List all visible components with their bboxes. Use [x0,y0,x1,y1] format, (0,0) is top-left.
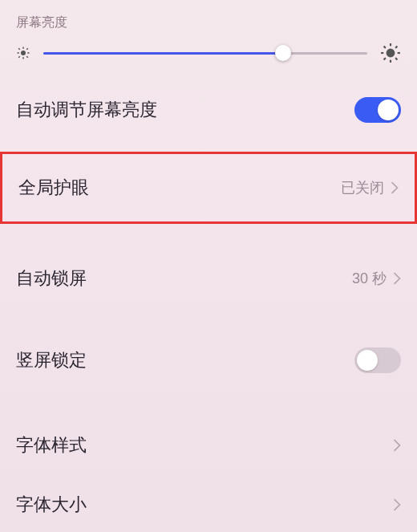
svg-line-13 [395,58,397,59]
orientation-lock-toggle[interactable] [354,347,401,373]
auto-brightness-label: 自动调节屏幕亮度 [16,98,157,122]
svg-line-7 [18,56,20,58]
brightness-high-icon [380,43,401,63]
setting-row-font-style[interactable]: 字体样式 [0,415,417,476]
svg-line-17 [395,47,397,48]
setting-row-auto-lock[interactable]: 自动锁屏 30 秒 [0,248,417,309]
svg-line-12 [384,47,386,48]
svg-point-0 [22,51,26,55]
setting-row-auto-brightness[interactable]: 自动调节屏幕亮度 [0,79,417,140]
orientation-lock-label: 竖屏锁定 [16,348,87,372]
eye-care-value: 已关闭 [341,178,384,197]
svg-point-9 [387,50,395,57]
brightness-low-icon [16,46,30,60]
chevron-right-icon [393,498,401,511]
chevron-right-icon [393,439,401,452]
auto-brightness-toggle[interactable] [354,97,401,123]
font-style-value-group [393,439,401,452]
toggle-thumb [357,350,378,371]
brightness-slider-row [0,43,417,79]
toggle-thumb [378,99,399,120]
auto-lock-value-group: 30 秒 [352,269,401,288]
brightness-slider[interactable] [43,52,367,55]
setting-row-orientation-lock[interactable]: 竖屏锁定 [0,330,417,391]
font-size-label: 字体大小 [16,493,87,517]
svg-line-3 [18,48,20,50]
eye-care-label: 全局护眼 [18,176,89,200]
section-header-brightness: 屏幕亮度 [0,0,417,43]
auto-lock-value: 30 秒 [352,269,387,288]
svg-line-4 [26,56,28,58]
eye-care-value-group: 已关闭 [341,178,399,197]
font-size-value-group [393,498,401,511]
setting-row-font-size[interactable]: 字体大小 [0,481,417,529]
font-style-label: 字体样式 [16,433,87,457]
chevron-right-icon [393,272,401,285]
svg-line-8 [26,48,28,50]
brightness-slider-thumb[interactable] [275,45,291,61]
brightness-slider-fill [43,52,283,55]
chevron-right-icon [391,181,399,194]
auto-lock-label: 自动锁屏 [16,266,87,290]
svg-line-16 [384,58,386,59]
setting-row-eye-care[interactable]: 全局护眼 已关闭 [0,152,417,224]
